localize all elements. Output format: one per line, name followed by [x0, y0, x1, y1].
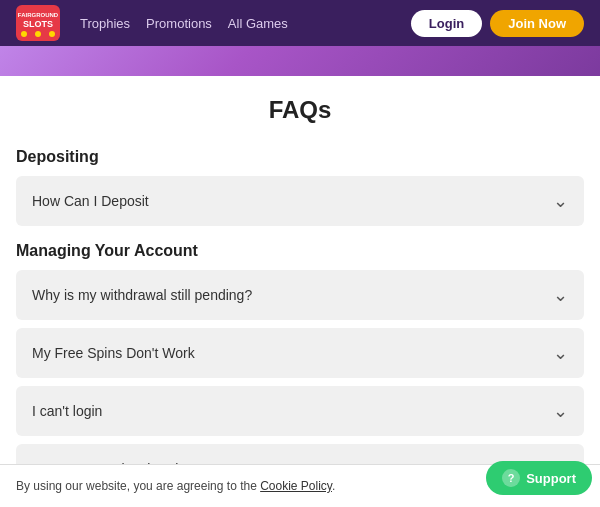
managing-section-title: Managing Your Account	[16, 242, 584, 260]
nav-links: Trophies Promotions All Games	[80, 16, 391, 31]
support-icon: ?	[502, 469, 520, 487]
support-label: Support	[526, 471, 576, 486]
faq-label-deposit: How Can I Deposit	[32, 193, 149, 209]
chevron-down-icon: ⌄	[553, 284, 568, 306]
nav-all-games[interactable]: All Games	[228, 16, 288, 31]
support-button[interactable]: ? Support	[486, 461, 592, 495]
svg-text:SLOTS: SLOTS	[23, 19, 53, 29]
faq-item-deposit[interactable]: How Can I Deposit ⌄	[16, 176, 584, 226]
chevron-down-icon: ⌄	[553, 190, 568, 212]
join-button[interactable]: Join Now	[490, 10, 584, 37]
faq-item-free-spins[interactable]: My Free Spins Don't Work ⌄	[16, 328, 584, 378]
depositing-section-title: Depositing	[16, 148, 584, 166]
main-content: FAQs Depositing How Can I Deposit ⌄ Mana…	[0, 76, 600, 507]
depositing-section: Depositing How Can I Deposit ⌄	[16, 148, 584, 226]
page-title: FAQs	[16, 96, 584, 124]
logo[interactable]: FAIRGROUND SLOTS	[16, 5, 60, 41]
cookie-policy-link[interactable]: Cookie Policy	[260, 479, 332, 493]
faq-label-withdrawal: Why is my withdrawal still pending?	[32, 287, 252, 303]
cookie-text: By using our website, you are agreeing t…	[16, 479, 557, 493]
header-buttons: Login Join Now	[411, 10, 584, 37]
chevron-down-icon: ⌄	[553, 342, 568, 364]
faq-item-withdrawal[interactable]: Why is my withdrawal still pending? ⌄	[16, 270, 584, 320]
faq-label-free-spins: My Free Spins Don't Work	[32, 345, 195, 361]
svg-point-4	[35, 31, 41, 37]
svg-point-5	[49, 31, 55, 37]
svg-point-3	[21, 31, 27, 37]
banner-area	[0, 46, 600, 76]
svg-text:FAIRGROUND: FAIRGROUND	[18, 12, 59, 18]
header: FAIRGROUND SLOTS Trophies Promotions All…	[0, 0, 600, 46]
login-button[interactable]: Login	[411, 10, 482, 37]
faq-label-login: I can't login	[32, 403, 102, 419]
nav-promotions[interactable]: Promotions	[146, 16, 212, 31]
chevron-down-icon: ⌄	[553, 400, 568, 422]
nav-trophies[interactable]: Trophies	[80, 16, 130, 31]
faq-item-login[interactable]: I can't login ⌄	[16, 386, 584, 436]
